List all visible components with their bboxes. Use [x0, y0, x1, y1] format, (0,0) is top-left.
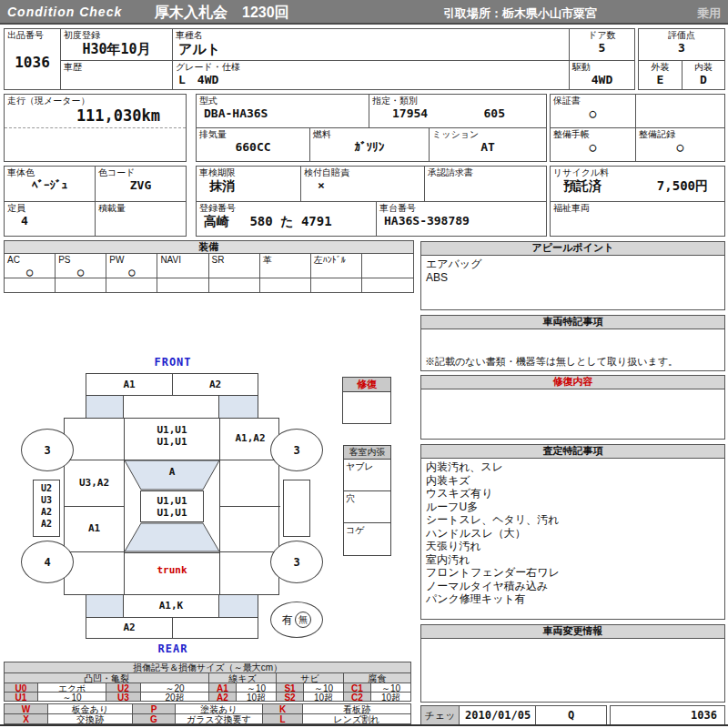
change-info-section: 車両変更情報 [420, 624, 725, 703]
model-code-label: 型式 [197, 95, 369, 107]
first-registration-value: H30年10月 [61, 42, 172, 57]
wheel-front-left: 3 [21, 429, 74, 471]
left-front-door-mark: U3,A2 [65, 460, 124, 507]
front-bumper-right-mark: A2 [173, 374, 258, 395]
doors-value: 5 [570, 42, 634, 55]
color-code-value: ZVG [96, 179, 186, 192]
legend-code: C2 [343, 692, 371, 702]
warranty-cell: 保証書 ○ [550, 94, 636, 128]
chassis-number-value: HA36S-398789 [377, 215, 546, 228]
load-capacity-cell: 積載量 [95, 201, 187, 237]
recycle-status: 預託済 [563, 179, 602, 193]
insurance-value: × [301, 179, 424, 192]
capacity-label: 定員 [5, 202, 95, 215]
equipment-item: NAVI [157, 254, 208, 278]
model-name-cell: 車種名 アルト [172, 28, 570, 61]
cabin-row-tear: ヤブレ [344, 460, 390, 491]
lot-number-label: 出品番号 [5, 29, 60, 42]
assessment-item: フロントフェンダー右ワレ [426, 566, 720, 580]
equipment-item: 革 [260, 254, 311, 278]
capacity-value: 4 [5, 215, 95, 228]
assessment-item: ウスキズ有り [426, 487, 720, 500]
wheel-rear-right: 3 [270, 541, 323, 583]
model-name-value: アルト [173, 42, 569, 57]
rear-light-right [219, 595, 258, 617]
header-bar: Condition Check 厚木入札会 1230回 引取場所：栃木県小山市粟… [0, 0, 728, 25]
rear-bumper: A2 [86, 617, 258, 639]
appeal-line: ABS [426, 271, 720, 285]
exterior-grade-label: 外装 [639, 61, 682, 74]
rear-window-shape [125, 522, 219, 552]
spare-tire-indicator: 有 無 [270, 602, 323, 638]
fuel-value: ｶﾞｿﾘﾝ [310, 141, 429, 154]
wheel-rear-left: 4 [21, 541, 74, 583]
vehicle-notes-title: 車両特記事項 [421, 316, 724, 329]
drive-label: 駆動 [570, 61, 634, 74]
lot-number-cell: 出品番号 1036 [4, 28, 61, 90]
doors-label: ドア数 [570, 29, 634, 42]
welfare-vehicle-cell: 福祉車両 [550, 201, 725, 237]
maintenance-book-value: ○ [551, 141, 635, 154]
warranty-label: 保証書 [551, 95, 635, 107]
maintenance-book-cell: 整備手帳 ○ [550, 127, 636, 162]
drive-value: 4WD [570, 74, 634, 86]
rear-bumper-left-mark: A2 [86, 618, 173, 638]
change-info-title: 車両変更情報 [421, 625, 724, 639]
vehicle-notes-footnote: ※記載のない書類・機器等は無しとして取り扱います。 [421, 354, 724, 369]
appeal-points-section: アピールポイント エアバッグ ABS [420, 241, 725, 310]
maintenance-record-label: 整備記録 [636, 128, 724, 141]
usage-type: 乗用 [697, 5, 721, 22]
class-value-2: 605 [484, 107, 505, 120]
chassis-number-cell: 車台番号 HA36S-398789 [376, 201, 547, 237]
spare-no-circled: 無 [295, 612, 311, 628]
vehicle-notes-section: 車両特記事項 ※記載のない書類・機器等は無しとして取り扱います。 [420, 315, 725, 371]
legend-mark-code: L [262, 713, 303, 724]
inspection-label: 車検期限 [197, 167, 300, 179]
recycle-fee-cell: リサイクル料 預託済 7,500円 [550, 166, 725, 202]
drive-cell: 駆動 4WD [569, 60, 635, 90]
left-side-panel-marks: U2 U3 A2 A2 [33, 480, 60, 537]
equipment-item [362, 254, 413, 278]
equipment-item: PW○ [106, 254, 157, 278]
color-code-cell: 色コード ZVG [95, 166, 187, 202]
assessment-item: 内装汚れ、スレ [426, 460, 720, 474]
exterior-grade-cell: 外装 E [638, 60, 682, 90]
maintenance-record-cell: 整備記録 ○ [635, 127, 725, 162]
legend-code: A2 [208, 692, 237, 702]
warranty-spare-cell [635, 94, 725, 128]
mileage-label: 走行（現メーター） [5, 95, 186, 107]
wheel-front-right: 3 [270, 429, 323, 471]
score-value: 3 [639, 42, 724, 55]
check-inspector-cell: Q [535, 705, 607, 725]
mileage-cell: 走行（現メーター） 111,030km [4, 94, 187, 162]
transmission-value: AT [430, 141, 546, 154]
history-cell: 車歴 [60, 60, 173, 90]
transmission-cell: ミッション AT [429, 127, 547, 162]
check-inspector: Q [536, 706, 606, 724]
assessment-notes-section: 査定特記事項 内装汚れ、スレ 内装キズ ウスキズ有り ルーフU多 シートスレ、ヘ… [420, 444, 725, 620]
repair-mini-box: 修復 [342, 377, 391, 424]
pickup-location: 引取場所：栃木県小山市粟宮 [443, 5, 597, 22]
color-code-label: 色コード [96, 167, 186, 179]
maintenance-record-value: ○ [636, 141, 724, 154]
assessment-item: 室内汚れ [426, 553, 720, 567]
legend-mark-desc: ガラス交換要す [175, 713, 263, 724]
body-color-label: 車体色 [5, 167, 95, 179]
assessment-item: 天張り汚れ [426, 540, 720, 553]
first-registration-label: 初度登録 [61, 29, 172, 42]
class-cell: 指定・類別 17954 605 [369, 94, 547, 128]
model-name-label: 車種名 [173, 29, 569, 42]
legend-mark-desc: レンズ割れ [302, 713, 411, 724]
windshield-mark: A [125, 466, 219, 478]
cabin-interior-box: 客室内張 ヤブレ 穴 コゲ [343, 445, 391, 556]
rear-gate-mark: A1,K [124, 595, 219, 617]
exterior-grade-value: E [639, 74, 682, 86]
cabin-interior-title: 客室内張 [344, 446, 390, 460]
front-bumper: A1 A2 [86, 373, 258, 396]
model-code-value: DBA-HA36S [197, 107, 369, 120]
body-color-cell: 車体色 ﾍﾞｰｼﾞｭ [4, 166, 96, 202]
diagram-rear-label: REAR [136, 642, 209, 655]
legend-desc: 10超 [370, 692, 411, 702]
front-lights-band [86, 395, 258, 419]
model-code-cell: 型式 DBA-HA36S [196, 94, 369, 128]
